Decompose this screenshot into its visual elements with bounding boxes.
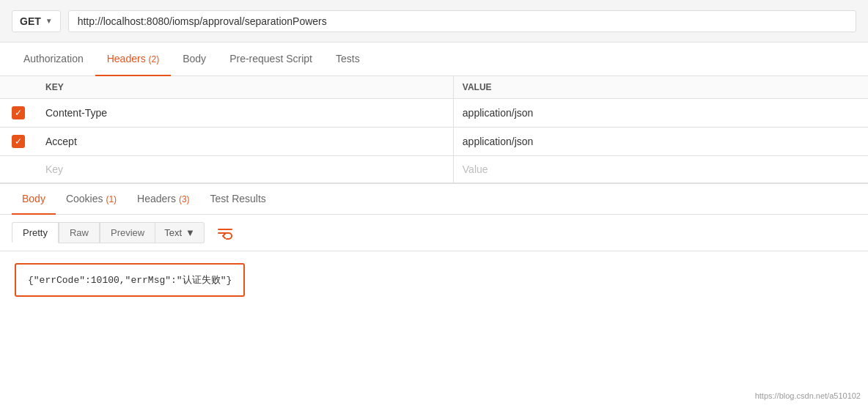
tab-body[interactable]: Body <box>171 43 218 76</box>
table-row: Key Value <box>0 156 868 183</box>
method-select[interactable]: GET ▼ <box>12 10 61 32</box>
text-format-dropdown[interactable]: Text ▼ <box>155 222 205 243</box>
url-input[interactable] <box>68 10 856 32</box>
headers-table: KEY VALUE ✓ Content-Type application/jso… <box>0 76 868 183</box>
col-check <box>0 76 37 99</box>
subtab-pretty[interactable]: Pretty <box>12 222 59 243</box>
col-key: KEY <box>37 76 453 99</box>
request-tabs: Authorization Headers (2) Body Pre-reque… <box>0 43 868 76</box>
cookies-badge: (1) <box>106 194 117 204</box>
body-subtabs: Pretty Raw Preview Text ▼ <box>0 215 868 251</box>
row2-value: application/json <box>453 128 868 156</box>
checkbox-1[interactable]: ✓ <box>12 106 25 119</box>
chevron-down-icon: ▼ <box>185 227 195 238</box>
row3-key[interactable]: Key <box>37 156 453 183</box>
row3-check-cell <box>0 156 37 183</box>
headers-section: KEY VALUE ✓ Content-Type application/jso… <box>0 76 868 183</box>
resp-tab-cookies[interactable]: Cookies (1) <box>56 184 127 215</box>
checkbox-2[interactable]: ✓ <box>12 135 25 148</box>
resp-tab-body[interactable]: Body <box>12 184 56 215</box>
col-value: VALUE <box>453 76 868 99</box>
row3-value[interactable]: Value <box>453 156 868 183</box>
response-tabs: Body Cookies (1) Headers (3) Test Result… <box>0 183 868 215</box>
url-bar: GET ▼ <box>0 0 868 43</box>
response-body: {"errCode":10100,"errMsg":"认证失败"} <box>0 251 868 309</box>
row2-check-cell: ✓ <box>0 128 37 156</box>
row1-check-cell: ✓ <box>0 99 37 128</box>
subtab-preview[interactable]: Preview <box>100 222 155 243</box>
watermark: https://blog.csdn.net/a510102 <box>755 391 861 400</box>
resp-tab-headers[interactable]: Headers (3) <box>127 184 199 215</box>
table-row: ✓ Accept application/json <box>0 128 868 156</box>
table-row: ✓ Content-Type application/json <box>0 99 868 128</box>
row2-key: Accept <box>37 128 453 156</box>
tab-authorization[interactable]: Authorization <box>12 43 95 76</box>
resp-headers-badge: (3) <box>179 194 190 204</box>
tab-tests[interactable]: Tests <box>324 43 372 76</box>
resp-tab-test-results[interactable]: Test Results <box>200 184 276 215</box>
wrap-button[interactable] <box>213 223 237 243</box>
headers-badge: (2) <box>149 54 160 64</box>
response-content: {"errCode":10100,"errMsg":"认证失败"} <box>15 263 245 297</box>
method-chevron: ▼ <box>45 17 53 25</box>
subtab-raw[interactable]: Raw <box>59 222 100 243</box>
method-label: GET <box>20 15 41 27</box>
tab-pre-request-script[interactable]: Pre-request Script <box>218 43 324 76</box>
tab-headers[interactable]: Headers (2) <box>95 43 171 76</box>
row1-key: Content-Type <box>37 99 453 128</box>
row1-value: application/json <box>453 99 868 128</box>
